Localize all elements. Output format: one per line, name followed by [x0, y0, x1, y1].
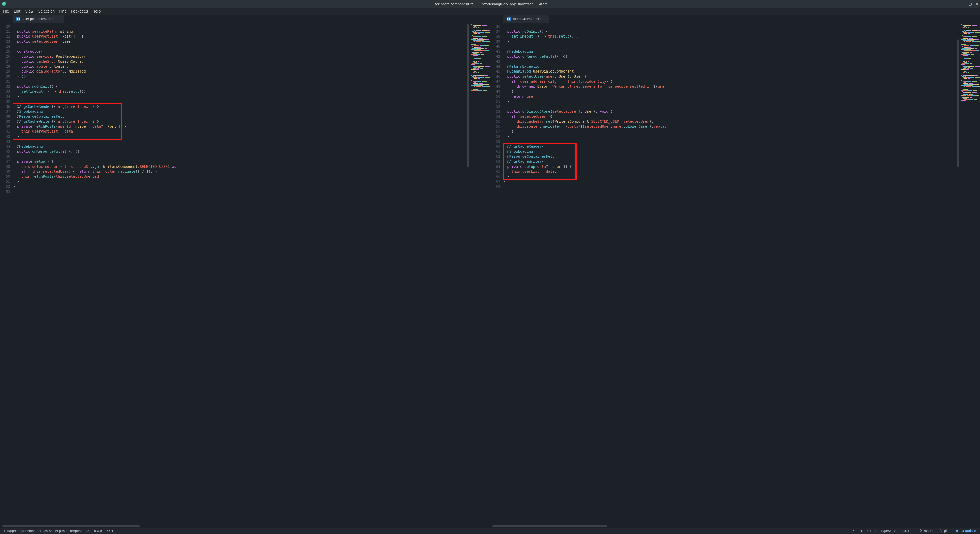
typescript-icon: TS: [16, 17, 21, 21]
status-diagnostics[interactable]: 0 0 0: [94, 529, 102, 533]
status-language[interactable]: TypeScript: [881, 529, 897, 533]
tab-label: user-posts.component.ts: [22, 17, 60, 21]
vertical-scrollbar[interactable]: [466, 24, 469, 524]
workspace: TS user-posts.component.ts 2021222324252…: [0, 15, 980, 528]
status-eol[interactable]: LF: [859, 529, 863, 533]
status-encoding[interactable]: UTF-8: [867, 529, 877, 533]
horizontal-scrollbar[interactable]: [490, 525, 980, 528]
minimap[interactable]: [469, 23, 490, 525]
code-area[interactable]: public servicePath: string; public userP…: [13, 23, 469, 525]
horizontal-scrollbar[interactable]: [0, 525, 490, 528]
svg-point-0: [920, 529, 921, 530]
status-git[interactable]: git+: [939, 529, 951, 533]
diff-icon: [939, 529, 942, 533]
svg-rect-5: [941, 532, 942, 532]
code-area[interactable]: public ngOnInit() { setTimeout(() => thi…: [503, 23, 960, 525]
vertical-scrollbar[interactable]: [956, 24, 959, 524]
menu-find[interactable]: Find: [57, 9, 68, 14]
tab-user-posts[interactable]: TS user-posts.component.ts: [13, 15, 64, 23]
branch-icon: [919, 529, 922, 533]
editor-right[interactable]: 3637383940414243444546474849505152535455…: [490, 23, 980, 525]
gutter: 3637383940414243444546474849505152535455…: [490, 23, 503, 525]
tab-writers[interactable]: TS writers.component.ts: [503, 15, 549, 23]
status-dot2: .: [914, 529, 915, 533]
tab-label: writers.component.ts: [513, 17, 546, 21]
menu-edit[interactable]: Edit: [11, 9, 22, 14]
tabs-right: TS writers.component.ts: [490, 15, 980, 23]
statusbar: src/app/components/user-posts/user-posts…: [0, 528, 980, 534]
menu-help[interactable]: Help: [90, 9, 103, 14]
close-button[interactable]: ✕: [975, 2, 978, 6]
typescript-icon: TS: [507, 17, 511, 21]
menubar: File Edit View Selection Find Packages H…: [0, 8, 980, 15]
status-cursor-pos[interactable]: 53:1: [107, 529, 113, 533]
pane-right: TS writers.component.ts 3637383940414243…: [490, 15, 980, 528]
status-path[interactable]: src/app/components/user-posts/user-posts…: [3, 529, 89, 533]
status-updates[interactable]: 13 updates: [955, 529, 977, 533]
squirrel-icon: [955, 529, 959, 533]
status-branch[interactable]: master: [919, 529, 935, 533]
svg-rect-4: [940, 529, 940, 530]
menu-selection[interactable]: Selection: [36, 9, 57, 14]
gutter: 2021222324252627282930313233343536373839…: [0, 23, 13, 525]
svg-point-2: [921, 530, 922, 531]
menu-packages[interactable]: Packages: [69, 9, 90, 14]
svg-point-1: [920, 532, 921, 532]
titlebar: user-posts.component.ts — ~/Works/angula…: [0, 0, 980, 8]
minimap[interactable]: [959, 23, 980, 525]
maximize-button[interactable]: ▢: [969, 2, 972, 6]
menu-view[interactable]: View: [23, 9, 36, 14]
app-icon: [2, 2, 6, 6]
pane-left: TS user-posts.component.ts 2021222324252…: [0, 15, 490, 528]
status-dot: •: [853, 529, 855, 533]
editor-left[interactable]: 2021222324252627282930313233343536373839…: [0, 23, 490, 525]
status-ts-version[interactable]: 2.3.4: [901, 529, 909, 533]
window-title: user-posts.component.ts — ~/Works/angula…: [432, 2, 548, 6]
window-controls: — ▢ ✕: [961, 2, 978, 6]
tabs-left: TS user-posts.component.ts: [0, 15, 490, 23]
menu-file[interactable]: File: [1, 9, 11, 14]
active-pane-indicator: [0, 15, 2, 15]
minimize-button[interactable]: —: [961, 2, 965, 6]
